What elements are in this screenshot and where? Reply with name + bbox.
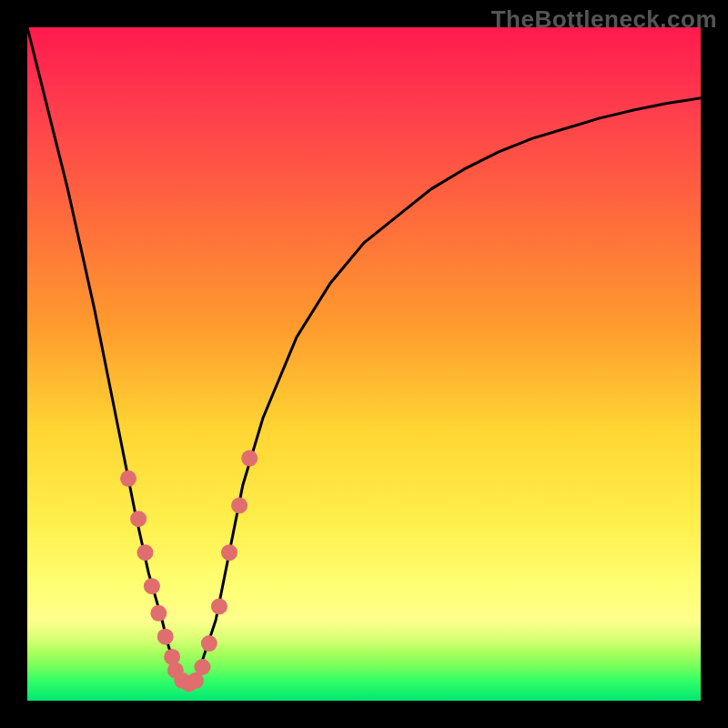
bottleneck-curve xyxy=(27,27,701,687)
curve-marker xyxy=(150,605,167,622)
curve-marker xyxy=(144,578,160,594)
curve-marker xyxy=(194,659,210,675)
marker-cluster xyxy=(120,450,258,693)
curve-marker xyxy=(201,635,217,652)
plot-area xyxy=(27,27,701,701)
curve-marker xyxy=(211,598,228,614)
curve-marker xyxy=(241,450,258,467)
curve-marker xyxy=(157,629,174,645)
curve-marker xyxy=(231,497,248,513)
chart-frame: TheBottleneck.com xyxy=(0,0,728,728)
curve-marker xyxy=(120,470,136,487)
curve-marker xyxy=(221,544,238,561)
curve-marker xyxy=(137,544,154,561)
curve-marker xyxy=(130,511,147,527)
chart-overlay xyxy=(27,27,701,701)
